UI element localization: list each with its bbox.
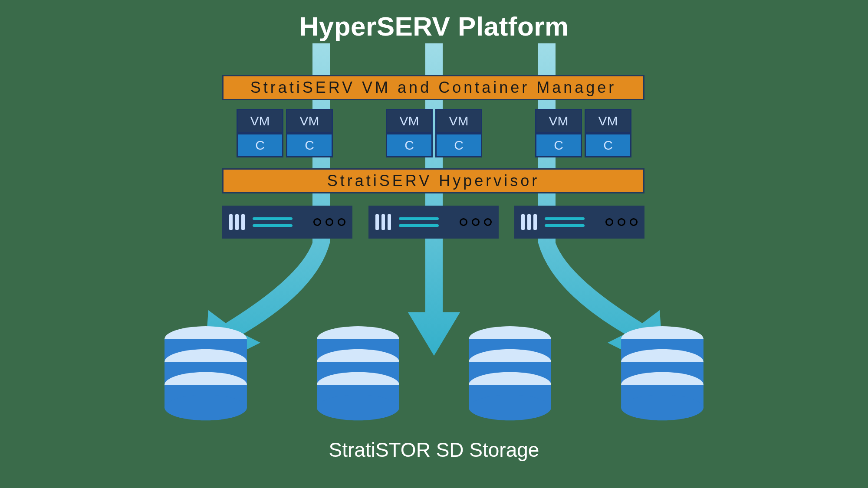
- container-box: C: [237, 133, 283, 157]
- vm-box: VM: [386, 109, 433, 133]
- vm-group: VM C VM C: [386, 109, 482, 157]
- storage-row: [158, 325, 710, 426]
- vm-pair: VM C: [535, 109, 582, 157]
- container-box: C: [435, 133, 482, 157]
- storage-label: StratiSTOR SD Storage: [0, 438, 868, 462]
- vm-box: VM: [286, 109, 333, 133]
- vm-box: VM: [237, 109, 283, 133]
- vm-group: VM C VM C: [535, 109, 631, 157]
- svg-point-27: [621, 395, 704, 420]
- server-lines-icon: [399, 217, 452, 227]
- manager-layer-bar: StratiSERV VM and Container Manager: [222, 75, 644, 100]
- svg-point-6: [164, 395, 247, 420]
- vm-pair: VM C: [386, 109, 433, 157]
- container-box: C: [585, 133, 631, 157]
- container-box: C: [286, 133, 333, 157]
- vm-pair: VM C: [286, 109, 333, 157]
- storage-cylinder-icon: [615, 325, 710, 426]
- server-node: [368, 206, 499, 239]
- vm-pair: VM C: [585, 109, 631, 157]
- server-node: [514, 206, 644, 239]
- server-lines-icon: [253, 217, 306, 227]
- server-vents-icon: [229, 214, 245, 230]
- storage-cylinder-icon: [463, 325, 557, 426]
- container-box: C: [535, 133, 582, 157]
- vm-container-row: VM C VM C VM C VM C VM C: [237, 109, 631, 157]
- container-box: C: [386, 133, 433, 157]
- hypervisor-layer-label: StratiSERV Hypervisor: [327, 172, 539, 190]
- vm-box: VM: [535, 109, 582, 133]
- server-leds-icon: [460, 218, 492, 226]
- hypervisor-layer-bar: StratiSERV Hypervisor: [222, 168, 644, 193]
- server-node: [222, 206, 352, 239]
- vm-group: VM C VM C: [237, 109, 333, 157]
- storage-cylinder-icon: [158, 325, 253, 426]
- page-title: HyperSERV Platform: [0, 11, 868, 42]
- storage-cylinder-icon: [311, 325, 405, 426]
- vm-box: VM: [585, 109, 631, 133]
- vm-box: VM: [435, 109, 482, 133]
- server-leds-icon: [313, 218, 345, 226]
- server-vents-icon: [375, 214, 391, 230]
- svg-point-20: [469, 395, 551, 420]
- vm-pair: VM C: [435, 109, 482, 157]
- server-row: [222, 206, 644, 239]
- manager-layer-label: StratiSERV VM and Container Manager: [250, 79, 617, 97]
- svg-point-13: [317, 395, 399, 420]
- server-leds-icon: [605, 218, 638, 226]
- vm-pair: VM C: [237, 109, 283, 157]
- server-vents-icon: [521, 214, 537, 230]
- server-lines-icon: [545, 217, 598, 227]
